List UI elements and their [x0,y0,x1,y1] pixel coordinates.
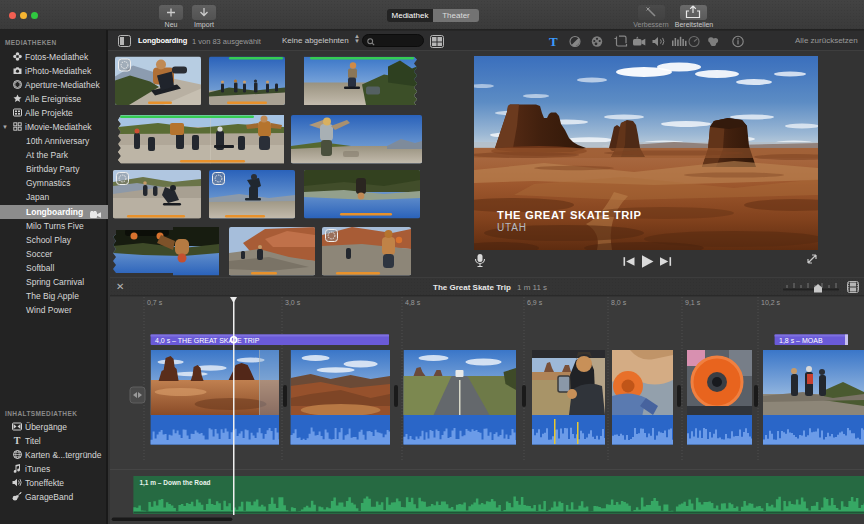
svg-text:1,8 s – MOAB: 1,8 s – MOAB [779,337,823,344]
svg-text:8,0 s: 8,0 s [611,299,627,306]
svg-text:4,0 s – THE GREAT SKATE TRIP: 4,0 s – THE GREAT SKATE TRIP [155,337,260,344]
svg-text:3,0 s: 3,0 s [285,299,301,306]
svg-text:T: T [549,34,558,49]
svg-text:10,2 s: 10,2 s [761,299,781,306]
svg-text:6,9 s: 6,9 s [527,299,543,306]
svg-text:THE GREAT SKATE TRIP: THE GREAT SKATE TRIP [497,209,642,221]
svg-text:UTAH: UTAH [497,222,527,233]
svg-text:1,1 m – Down the Road: 1,1 m – Down the Road [139,479,210,487]
svg-text:0,7 s: 0,7 s [147,299,163,306]
svg-text:9,1 s: 9,1 s [685,299,701,306]
svg-text:4,8 s: 4,8 s [405,299,421,306]
